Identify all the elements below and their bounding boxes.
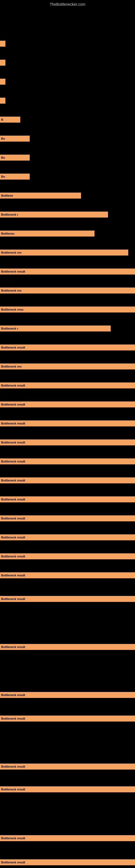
bar-row: Bottleneck result	[0, 715, 135, 722]
bar-row: Bottleneck result	[0, 401, 135, 408]
bar-row: Bottleneck result	[0, 572, 135, 579]
bottleneck-bar-18: Bottleneck res	[0, 364, 135, 369]
bottleneck-bar-2	[0, 60, 5, 66]
bar-row: Bottleneck res	[0, 363, 135, 370]
bottleneck-bar-8: Bo	[0, 174, 30, 180]
bar-row	[0, 40, 135, 48]
bottleneck-bar-27: Bottleneck result	[0, 534, 135, 540]
bottleneck-bar-22: Bottleneck result	[0, 439, 135, 445]
bottleneck-bar-7: Bo	[0, 155, 30, 161]
bottleneck-bar-6: Bo	[0, 135, 30, 142]
bar-row: Bottleneck resu	[0, 306, 135, 313]
bottleneck-bar-33: Bottleneck result	[0, 716, 135, 721]
site-title: TheBottlenecker.com	[0, 0, 135, 8]
bar-row: Bottleneck result	[0, 786, 135, 793]
bottleneck-bar-28: Bottleneck result	[0, 553, 135, 559]
bar-row: Bottlenec	[0, 230, 135, 237]
bar-row: Bottleneck result	[0, 382, 135, 389]
bottleneck-bar-29: Bottleneck result	[0, 572, 135, 578]
bar-row: Bo	[0, 173, 135, 180]
bottleneck-bar-19: Bottleneck result	[0, 382, 135, 389]
bottleneck-bar-24: Bottleneck result	[0, 477, 135, 484]
bar-row: Bottleneck result	[0, 477, 135, 484]
bar-row: Bo	[0, 154, 135, 161]
bar-row: B	[0, 116, 135, 123]
bar-row: Bottleneck result	[0, 553, 135, 560]
bottleneck-bar-25: Bottleneck result	[0, 496, 135, 502]
bottleneck-bar-26: Bottleneck result	[0, 516, 135, 521]
bar-row: Bottleneck result	[0, 496, 135, 503]
bottleneck-bar-10: Bottleneck r	[0, 212, 108, 218]
bottleneck-bar-16: Bottleneck r	[0, 326, 111, 332]
bottleneck-bar-21: Bottleneck result	[0, 421, 135, 426]
bar-row: Bottleneck res	[0, 287, 135, 294]
bottleneck-bar-12: Bottleneck res	[0, 250, 128, 255]
bar-row: Bottleneck result	[0, 643, 135, 650]
bar-row: Bottleneck result	[0, 859, 135, 866]
bar-row: Bottleneck result	[0, 515, 135, 522]
bottleneck-bar-35: Bottleneck result	[0, 786, 135, 792]
bottleneck-bar-36: Bottleneck result	[0, 835, 135, 841]
bar-row: Bottleneck result	[0, 534, 135, 541]
bar-row: Bottleneck result	[0, 691, 135, 699]
bar-row: Bottleneck result	[0, 439, 135, 446]
bottleneck-bar-14: Bottleneck res	[0, 287, 135, 293]
bar-row: Bottleneck result	[0, 344, 135, 351]
bar-row: Bottleneck r	[0, 325, 135, 332]
bottleneck-bar-13: Bottleneck result	[0, 269, 135, 275]
bottleneck-bar-23: Bottleneck result	[0, 458, 135, 464]
bar-row: Bottleneck result	[0, 458, 135, 465]
bar-row: Bottleneck res	[0, 249, 135, 256]
bar-row	[0, 78, 135, 86]
bottleneck-bar-37: Bottleneck result	[0, 859, 135, 865]
bar-row: Bottleneck result	[0, 595, 135, 602]
bar-row: Bo	[0, 135, 135, 142]
bottleneck-bar-4	[0, 98, 5, 104]
bottleneck-bar-5: B	[0, 117, 20, 123]
bar-row: Bottleneck result	[0, 835, 135, 842]
bar-row	[0, 97, 135, 105]
bar-row: Bottleneck result	[0, 268, 135, 275]
bottleneck-bar-9: Bottlene	[0, 193, 81, 198]
bottleneck-bar-17: Bottleneck result	[0, 344, 135, 350]
bottleneck-bar-30: Bottleneck result	[0, 596, 135, 602]
bottleneck-bar-3	[0, 79, 5, 85]
bar-row: Bottleneck result	[0, 763, 135, 770]
bar-row: Bottlene	[0, 192, 135, 199]
bottleneck-bar-15: Bottleneck resu	[0, 307, 135, 312]
bar-row	[0, 59, 135, 67]
bar-row: Bottleneck r	[0, 211, 135, 218]
bottleneck-bar-1	[0, 41, 5, 46]
bar-row: Bottleneck result	[0, 420, 135, 427]
bottleneck-bar-32: Bottleneck result	[0, 692, 135, 698]
bottleneck-bar-34: Bottleneck result	[0, 764, 135, 770]
bottleneck-bar-20: Bottleneck result	[0, 401, 135, 407]
bottleneck-bar-11: Bottlenec	[0, 230, 94, 237]
bottleneck-bar-31: Bottleneck result	[0, 644, 135, 650]
